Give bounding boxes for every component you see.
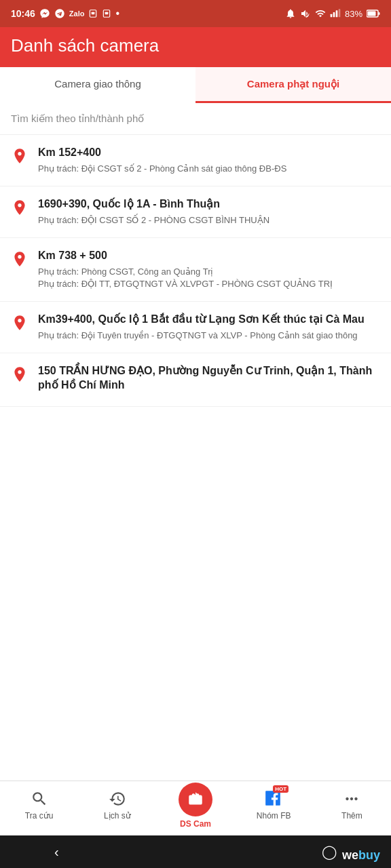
battery-icon [367,9,380,18]
list-item[interactable]: Km 738 + 500 Phụ trách: Phòng CSGT, Công… [0,238,391,302]
status-bar: 10:46 Zalo • 83% [0,0,391,27]
location-icon [11,314,29,334]
dot-icon: • [115,7,119,20]
page-title: Danh sách camera [11,35,380,56]
svg-rect-1 [92,12,95,15]
search-area[interactable]: Tìm kiếm theo tỉnh/thành phố [0,103,391,135]
header: Danh sách camera [0,27,391,67]
svg-rect-4 [331,14,333,18]
facebook-nav-icon: HOT [264,789,283,808]
camera-desc: Phụ trách: Đội Tuyên truyền - ĐTGQTNGT v… [38,330,380,342]
camera-name: Km 152+400 [38,146,380,160]
camera-nav-icon [179,783,212,816]
svg-rect-5 [333,12,335,17]
tabs-container: Camera giao thông Camera phạt nguội [0,67,391,103]
svg-rect-6 [336,10,338,17]
webuy-logo: webuy [342,848,380,863]
location-icon [11,199,29,219]
list-item[interactable]: 150 TRẦN HƯNG ĐẠO, Phường Nguyễn Cư Trin… [0,353,391,407]
location-icon [11,147,29,167]
nav-label-more: Thêm [341,811,362,821]
status-right: 83% [285,8,380,19]
camera-info: Km39+400, Quốc lộ 1 Bắt đầu từ Lạng Sơn … [38,313,380,342]
svg-rect-9 [379,12,380,15]
list-item[interactable]: 1690+390, Quốc lộ 1A - Bình Thuận Phụ tr… [0,186,391,238]
nav-label-history: Lịch sử [104,811,131,821]
telegram-icon [54,8,65,19]
nav-item-dscam[interactable]: DS Cam [156,787,234,831]
nav-item-history[interactable]: Lịch sử [78,787,156,831]
camera-info: Km 152+400 Phụ trách: Đội CSGT số 2 - Ph… [38,146,380,175]
sim2-icon [102,9,111,18]
camera-name: 150 TRẦN HƯNG ĐẠO, Phường Nguyễn Cư Trin… [38,364,380,393]
camera-desc: Phụ trách: Phòng CSGT, Công an Quảng Trị… [38,266,380,290]
mute-icon [300,8,311,19]
camera-list: Km 152+400 Phụ trách: Đội CSGT số 2 - Ph… [0,135,391,781]
alarm-icon [285,8,296,19]
nav-item-more[interactable]: Thêm [313,787,391,831]
sim-icon [88,9,98,18]
wifi-icon [315,8,326,19]
camera-name: Km 738 + 500 [38,249,380,263]
nav-item-search[interactable]: Tra cứu [0,787,78,831]
more-nav-icon [342,789,361,808]
nav-item-facebook[interactable]: HOT Nhóm FB [235,787,313,831]
camera-desc: Phụ trách: ĐỘI CSGT SỐ 2 - PHÒNG CSGT BÌ… [38,214,380,226]
camera-name: 1690+390, Quốc lộ 1A - Bình Thuận [38,197,380,212]
svg-rect-10 [368,12,376,16]
location-icon [11,250,29,271]
signal-icon [330,8,341,19]
status-left: 10:46 Zalo • [11,7,119,20]
zalo-icon: Zalo [69,9,85,18]
list-item[interactable]: Km39+400, Quốc lộ 1 Bắt đầu từ Lạng Sơn … [0,302,391,353]
system-nav-bar: ‹ ◯ webuy [0,835,391,868]
nav-label-dscam: DS Cam [180,819,211,829]
search-nav-icon [30,789,49,808]
nav-label-search: Tra cứu [25,811,54,821]
tab-traffic[interactable]: Camera giao thông [0,67,196,103]
camera-info: 1690+390, Quốc lộ 1A - Bình Thuận Phụ tr… [38,197,380,226]
camera-info: 150 TRẦN HƯNG ĐẠO, Phường Nguyễn Cư Trin… [38,364,380,395]
svg-rect-7 [339,9,341,17]
search-placeholder: Tìm kiếm theo tỉnh/thành phố [11,113,144,124]
nav-label-facebook: Nhóm FB [257,811,291,821]
camera-desc: Phụ trách: Đội CSGT số 2 - Phòng Cảnh sá… [38,163,380,175]
home-button[interactable]: ◯ [322,844,337,860]
camera-info: Km 738 + 500 Phụ trách: Phòng CSGT, Công… [38,249,380,290]
svg-rect-3 [105,12,109,15]
list-item[interactable]: Km 152+400 Phụ trách: Đội CSGT số 2 - Ph… [0,135,391,186]
tab-penalty[interactable]: Camera phạt nguội [196,67,391,103]
battery-level: 83% [345,9,362,19]
location-icon [11,366,29,386]
bottom-nav: Tra cứu Lịch sử DS Cam HOT Nhóm FB Thêm [0,781,391,835]
hot-badge: HOT [273,785,288,793]
messenger-icon [39,8,50,19]
history-nav-icon [108,789,127,808]
back-button[interactable]: ‹ [54,844,59,860]
camera-name: Km39+400, Quốc lộ 1 Bắt đầu từ Lạng Sơn … [38,313,380,327]
status-time: 10:46 [11,8,35,19]
